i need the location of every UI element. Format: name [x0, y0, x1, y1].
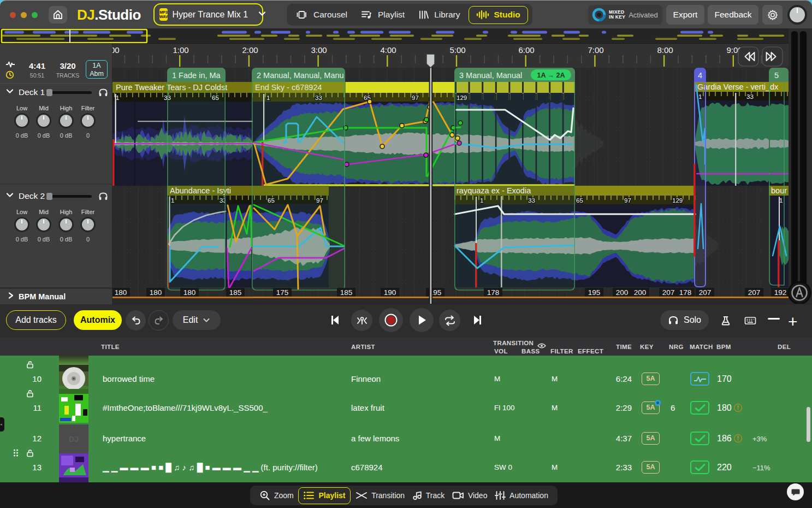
- svg-text:7:00: 7:00: [588, 45, 603, 55]
- svg-text:207: 207: [748, 288, 761, 297]
- svg-text:3:00: 3:00: [311, 45, 327, 55]
- svg-text:195: 195: [588, 288, 601, 297]
- svg-text:Gardia Verse - verti_dx: Gardia Verse - verti_dx: [697, 82, 779, 91]
- svg-text:1:00: 1:00: [173, 45, 188, 55]
- svg-text:bour: bour: [771, 186, 787, 195]
- svg-text:97: 97: [624, 197, 631, 204]
- svg-text:178: 178: [487, 288, 500, 297]
- svg-text:207: 207: [662, 288, 675, 297]
- svg-text:175: 175: [276, 288, 289, 297]
- svg-text:192: 192: [774, 288, 787, 297]
- svg-text:6:00: 6:00: [518, 45, 534, 55]
- svg-text:97: 97: [412, 94, 419, 101]
- svg-text:5:00: 5:00: [449, 45, 465, 55]
- svg-text:65: 65: [576, 197, 583, 204]
- svg-text:5: 5: [774, 71, 779, 80]
- svg-text:4:00: 4:00: [380, 45, 396, 55]
- svg-text:1A → 2A: 1A → 2A: [537, 72, 565, 79]
- svg-text:4: 4: [698, 71, 702, 80]
- svg-text:180: 180: [115, 288, 127, 297]
- svg-text:200: 200: [616, 288, 629, 297]
- svg-text:8:00: 8:00: [657, 45, 673, 55]
- svg-text:3 Manual, Manual: 3 Manual, Manual: [459, 71, 522, 80]
- svg-text:207: 207: [699, 288, 712, 297]
- svg-text:185: 185: [340, 288, 353, 297]
- svg-text:33: 33: [746, 93, 754, 100]
- svg-text:1 Fade in, Ma: 1 Fade in, Ma: [172, 71, 221, 80]
- svg-text:178: 178: [679, 288, 692, 297]
- svg-text:185: 185: [229, 288, 242, 297]
- svg-text:190: 190: [384, 288, 396, 297]
- svg-text:DJ: DJ: [69, 435, 79, 444]
- svg-text:2 Manual, Manual, Manu: 2 Manual, Manual, Manu: [257, 71, 344, 80]
- svg-text:129: 129: [672, 197, 683, 204]
- svg-text:200: 200: [634, 288, 647, 297]
- svg-text:180: 180: [150, 288, 162, 297]
- svg-text:180: 180: [183, 288, 196, 297]
- svg-text:1: 1: [116, 94, 119, 101]
- svg-text:2:00: 2:00: [242, 45, 258, 55]
